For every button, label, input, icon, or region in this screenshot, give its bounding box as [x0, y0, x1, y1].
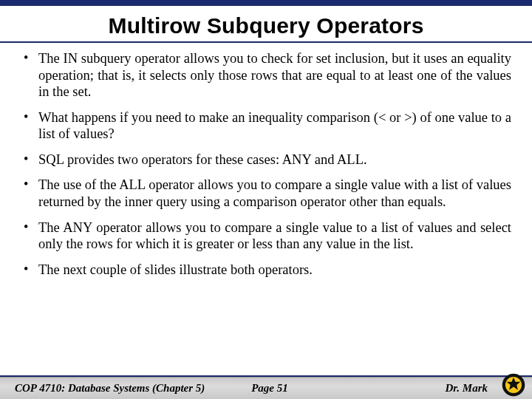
footer-course: COP 4710: Database Systems (Chapter 5)	[15, 382, 205, 395]
ucf-logo-icon	[501, 372, 526, 398]
slide-content: The IN subquery operator allows you to c…	[0, 50, 532, 278]
title-underline	[0, 41, 532, 43]
bullet-item: What happens if you need to make an ineq…	[21, 109, 511, 143]
bullet-item: The ANY operator allows you to compare a…	[21, 219, 511, 253]
bullet-list: The IN subquery operator allows you to c…	[21, 50, 511, 278]
bullet-item: The use of the ALL operator allows you t…	[21, 177, 511, 210]
footer: COP 4710: Database Systems (Chapter 5) P…	[0, 375, 532, 399]
footer-page: Page 51	[251, 382, 288, 395]
slide-title: Multirow Subquery Operators	[0, 6, 532, 41]
bullet-item: SQL provides two operators for these cas…	[21, 151, 511, 168]
top-accent-bar	[0, 0, 532, 6]
bullet-item: The next couple of slides illustrate bot…	[21, 262, 511, 279]
footer-bar: COP 4710: Database Systems (Chapter 5) P…	[0, 377, 532, 399]
bullet-item: The IN subquery operator allows you to c…	[21, 50, 511, 100]
